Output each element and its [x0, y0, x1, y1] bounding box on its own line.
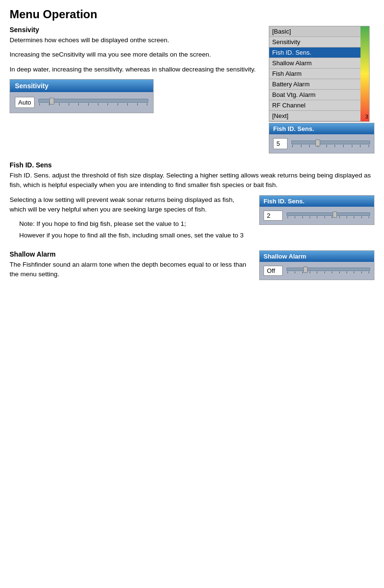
- menu-item-basic[interactable]: [Basic]: [269, 26, 360, 37]
- sensitivity-slider-track[interactable]: [38, 99, 148, 103]
- shallow-alarm-ticks: [287, 271, 370, 273]
- tick: [326, 145, 327, 147]
- menu-item-next[interactable]: [Next]: [269, 111, 360, 121]
- sensitivity-text3: In deep water, increasing the sensitivit…: [10, 65, 259, 74]
- shallow-alarm-widget-title: Shallow Alarm: [260, 251, 374, 262]
- tick: [147, 103, 147, 106]
- tick: [292, 145, 293, 147]
- tick: [339, 271, 340, 273]
- fish-id-note2: However if you hope to find all the fish…: [19, 231, 250, 240]
- menu-item-rf-channel[interactable]: RF Channel: [269, 100, 360, 111]
- fish-id-note1: Note: If you hope to find big fish, plea…: [19, 219, 250, 229]
- tick: [127, 103, 128, 106]
- shallow-alarm-slider-thumb[interactable]: [303, 267, 308, 273]
- sensitivity-text2: Increasing the seCnsitivity will ma you …: [10, 50, 259, 59]
- tick: [301, 145, 301, 147]
- menu-side-bar-number: 3: [365, 114, 368, 119]
- tick: [108, 103, 108, 106]
- menu-item-boat-vtg-alarm[interactable]: Boat Vtg. Alarm: [269, 90, 360, 100]
- sensitivity-tick-marks: [38, 103, 148, 106]
- tick: [332, 271, 332, 273]
- tick: [369, 271, 369, 273]
- tick: [324, 271, 325, 273]
- tick: [324, 216, 325, 218]
- fish-id-sub-panel-title: Fish ID. Sens.: [269, 123, 374, 134]
- tick: [310, 271, 310, 273]
- menu-item-shallow-alarm[interactable]: Shallow Alarm: [269, 58, 360, 69]
- fish-id-text1: Fish ID. Sens. adjust the threshold of f…: [10, 171, 374, 190]
- tick: [295, 271, 295, 273]
- fish-id-heading: Fish ID. Sens: [10, 161, 374, 169]
- tick: [288, 216, 288, 218]
- menu-list: [Basic] Sensitivity Fish ID. Sens. Shall…: [269, 26, 360, 121]
- menu-side-bar: 3: [360, 26, 369, 121]
- tick: [343, 145, 344, 147]
- tick: [360, 145, 360, 147]
- tick: [98, 103, 98, 106]
- shallow-alarm-widget: Shallow Alarm Off: [259, 250, 374, 280]
- tick: [317, 271, 317, 273]
- tick: [369, 145, 369, 147]
- tick: [361, 216, 362, 218]
- fish-id-sub-value-box: 5: [273, 138, 288, 149]
- tick: [369, 216, 369, 218]
- fish-id-text2: Selecting a low setting will prevent wea…: [10, 195, 250, 215]
- fish-id-widget-title: Fish ID. Sens.: [260, 196, 374, 207]
- sensitivity-slider-thumb[interactable]: [49, 98, 54, 105]
- fish-id-sub-slider-track[interactable]: [291, 141, 370, 144]
- sensitivity-value-box: Auto: [15, 97, 35, 108]
- tick: [335, 145, 335, 147]
- sensitivity-text1: Determines how echoes will be displayed …: [10, 35, 259, 45]
- tick: [118, 103, 118, 106]
- tick: [352, 145, 352, 147]
- tick: [39, 103, 40, 106]
- tick: [354, 216, 354, 218]
- fish-id-widget-slider-thumb[interactable]: [333, 212, 337, 218]
- tick: [88, 103, 89, 106]
- shallow-alarm-heading: Shallow Alarm: [10, 250, 250, 258]
- tick: [59, 103, 60, 106]
- shallow-alarm-slider-track[interactable]: [287, 268, 370, 271]
- menu-panel: [Basic] Sensitivity Fish ID. Sens. Shall…: [269, 26, 370, 122]
- fish-id-sub-slider-thumb[interactable]: [315, 140, 320, 146]
- tick: [302, 216, 303, 218]
- menu-item-sensitivity[interactable]: Sensitivity: [269, 37, 360, 47]
- tick: [354, 271, 354, 273]
- tick: [78, 103, 79, 106]
- tick: [339, 216, 340, 218]
- fish-id-widget-slider-track[interactable]: [287, 212, 370, 216]
- shallow-alarm-value-box: Off: [264, 266, 283, 276]
- page-title: Menu Operation: [10, 8, 374, 21]
- fish-id-sub-tick-marks: [291, 145, 370, 147]
- fish-id-widget: Fish ID. Sens. 2: [259, 195, 374, 225]
- tick: [347, 216, 347, 218]
- tick: [288, 271, 288, 273]
- tick: [317, 216, 317, 218]
- tick: [310, 216, 310, 218]
- sensitivity-widget: Sensitivity Auto: [10, 79, 154, 113]
- tick: [137, 103, 138, 106]
- sensitivity-widget-title: Sensitivity: [10, 80, 153, 92]
- tick: [309, 145, 310, 147]
- fish-id-sub-panel: Fish ID. Sens. 5: [269, 123, 374, 153]
- menu-item-battery-alarm[interactable]: Battery Alarm: [269, 79, 360, 90]
- tick: [347, 271, 347, 273]
- tick: [361, 271, 362, 273]
- fish-id-widget-ticks: [287, 216, 370, 218]
- shallow-alarm-text1: The Fishfinder sound an alarm tone when …: [10, 260, 250, 280]
- menu-item-fish-id-sens[interactable]: Fish ID. Sens.: [269, 47, 360, 58]
- tick: [302, 271, 303, 273]
- sensitivity-heading: Sensivity: [10, 26, 259, 34]
- menu-item-fish-alarm[interactable]: Fish Alarm: [269, 69, 360, 79]
- tick: [295, 216, 295, 218]
- tick: [69, 103, 69, 106]
- fish-id-widget-value: 2: [264, 211, 283, 221]
